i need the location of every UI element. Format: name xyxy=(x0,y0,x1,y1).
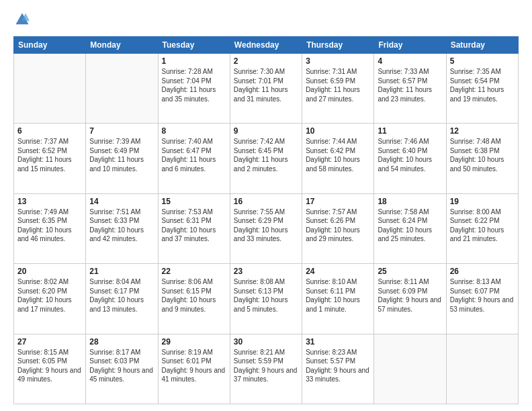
day-info: Sunrise: 7:40 AM Sunset: 6:47 PM Dayligh… xyxy=(162,137,226,173)
page: SundayMondayTuesdayWednesdayThursdayFrid… xyxy=(0,0,532,411)
day-number: 8 xyxy=(162,126,226,136)
calendar-cell: 28Sunrise: 8:17 AM Sunset: 6:03 PM Dayli… xyxy=(86,334,158,404)
day-number: 20 xyxy=(17,267,82,276)
day-info: Sunrise: 7:39 AM Sunset: 6:49 PM Dayligh… xyxy=(89,137,154,173)
day-number: 31 xyxy=(306,337,370,347)
day-info: Sunrise: 7:44 AM Sunset: 6:42 PM Dayligh… xyxy=(306,137,370,173)
day-info: Sunrise: 7:53 AM Sunset: 6:31 PM Dayligh… xyxy=(162,208,226,244)
day-number: 21 xyxy=(89,267,154,276)
day-number: 16 xyxy=(234,197,298,206)
day-info: Sunrise: 8:04 AM Sunset: 6:17 PM Dayligh… xyxy=(89,277,154,314)
calendar-cell: 13Sunrise: 7:49 AM Sunset: 6:35 PM Dayli… xyxy=(14,193,86,263)
day-info: Sunrise: 7:28 AM Sunset: 7:04 PM Dayligh… xyxy=(162,67,226,103)
day-info: Sunrise: 7:57 AM Sunset: 6:26 PM Dayligh… xyxy=(306,208,370,244)
weekday-header-monday: Monday xyxy=(86,37,158,54)
day-info: Sunrise: 8:13 AM Sunset: 6:07 PM Dayligh… xyxy=(450,277,515,314)
calendar-cell: 23Sunrise: 8:08 AM Sunset: 6:13 PM Dayli… xyxy=(230,264,302,334)
calendar-cell: 19Sunrise: 8:00 AM Sunset: 6:22 PM Dayli… xyxy=(446,193,518,263)
calendar-cell: 21Sunrise: 8:04 AM Sunset: 6:17 PM Dayli… xyxy=(86,264,158,334)
day-number: 5 xyxy=(450,56,515,66)
day-info: Sunrise: 8:11 AM Sunset: 6:09 PM Dayligh… xyxy=(378,277,442,314)
day-number: 12 xyxy=(450,126,515,136)
calendar-cell: 29Sunrise: 8:19 AM Sunset: 6:01 PM Dayli… xyxy=(158,334,230,404)
header xyxy=(13,12,519,30)
calendar-week-1: 1Sunrise: 7:28 AM Sunset: 7:04 PM Daylig… xyxy=(14,54,519,124)
day-info: Sunrise: 8:23 AM Sunset: 5:57 PM Dayligh… xyxy=(306,348,370,384)
calendar-cell: 27Sunrise: 8:15 AM Sunset: 6:05 PM Dayli… xyxy=(14,334,86,404)
calendar-cell: 11Sunrise: 7:46 AM Sunset: 6:40 PM Dayli… xyxy=(374,124,446,193)
calendar-cell: 9Sunrise: 7:42 AM Sunset: 6:45 PM Daylig… xyxy=(230,124,302,193)
calendar-week-5: 27Sunrise: 8:15 AM Sunset: 6:05 PM Dayli… xyxy=(14,334,519,404)
calendar-cell: 12Sunrise: 7:48 AM Sunset: 6:38 PM Dayli… xyxy=(446,124,518,193)
weekday-header-tuesday: Tuesday xyxy=(158,37,230,54)
calendar-cell xyxy=(374,334,446,404)
day-info: Sunrise: 7:49 AM Sunset: 6:35 PM Dayligh… xyxy=(17,208,82,244)
day-info: Sunrise: 8:02 AM Sunset: 6:20 PM Dayligh… xyxy=(17,277,82,314)
calendar-cell xyxy=(14,54,86,124)
day-info: Sunrise: 7:37 AM Sunset: 6:52 PM Dayligh… xyxy=(17,137,82,173)
day-number: 18 xyxy=(378,197,442,206)
day-info: Sunrise: 8:19 AM Sunset: 6:01 PM Dayligh… xyxy=(162,348,226,384)
calendar-cell: 24Sunrise: 8:10 AM Sunset: 6:11 PM Dayli… xyxy=(302,264,374,334)
day-number: 1 xyxy=(162,56,226,66)
day-info: Sunrise: 8:08 AM Sunset: 6:13 PM Dayligh… xyxy=(234,277,298,314)
calendar-week-3: 13Sunrise: 7:49 AM Sunset: 6:35 PM Dayli… xyxy=(14,193,519,263)
day-info: Sunrise: 7:42 AM Sunset: 6:45 PM Dayligh… xyxy=(234,137,298,173)
day-number: 15 xyxy=(162,197,226,206)
day-number: 13 xyxy=(17,197,82,206)
day-info: Sunrise: 7:51 AM Sunset: 6:33 PM Dayligh… xyxy=(89,208,154,244)
calendar-cell: 8Sunrise: 7:40 AM Sunset: 6:47 PM Daylig… xyxy=(158,124,230,193)
day-number: 19 xyxy=(450,197,515,206)
weekday-header-sunday: Sunday xyxy=(14,37,86,54)
day-info: Sunrise: 8:21 AM Sunset: 5:59 PM Dayligh… xyxy=(234,348,298,384)
calendar-cell: 22Sunrise: 8:06 AM Sunset: 6:15 PM Dayli… xyxy=(158,264,230,334)
day-number: 17 xyxy=(306,197,370,206)
day-number: 22 xyxy=(162,267,226,276)
calendar-cell: 26Sunrise: 8:13 AM Sunset: 6:07 PM Dayli… xyxy=(446,264,518,334)
weekday-header-row: SundayMondayTuesdayWednesdayThursdayFrid… xyxy=(14,37,519,54)
day-number: 6 xyxy=(17,126,82,136)
calendar-cell: 17Sunrise: 7:57 AM Sunset: 6:26 PM Dayli… xyxy=(302,193,374,263)
day-number: 25 xyxy=(378,267,442,276)
day-number: 24 xyxy=(306,267,370,276)
weekday-header-friday: Friday xyxy=(374,37,446,54)
calendar-cell: 6Sunrise: 7:37 AM Sunset: 6:52 PM Daylig… xyxy=(14,124,86,193)
day-info: Sunrise: 8:10 AM Sunset: 6:11 PM Dayligh… xyxy=(306,277,370,314)
calendar-cell xyxy=(86,54,158,124)
calendar-cell: 7Sunrise: 7:39 AM Sunset: 6:49 PM Daylig… xyxy=(86,124,158,193)
day-info: Sunrise: 8:00 AM Sunset: 6:22 PM Dayligh… xyxy=(450,208,515,244)
calendar-cell: 30Sunrise: 8:21 AM Sunset: 5:59 PM Dayli… xyxy=(230,334,302,404)
day-number: 11 xyxy=(378,126,442,136)
calendar-cell xyxy=(446,334,518,404)
weekday-header-saturday: Saturday xyxy=(446,37,518,54)
day-info: Sunrise: 7:35 AM Sunset: 6:54 PM Dayligh… xyxy=(450,67,515,103)
calendar-cell: 14Sunrise: 7:51 AM Sunset: 6:33 PM Dayli… xyxy=(86,193,158,263)
day-number: 30 xyxy=(234,337,298,347)
calendar-week-2: 6Sunrise: 7:37 AM Sunset: 6:52 PM Daylig… xyxy=(14,124,519,193)
day-number: 4 xyxy=(378,56,442,66)
day-number: 10 xyxy=(306,126,370,136)
day-number: 7 xyxy=(89,126,154,136)
day-info: Sunrise: 8:15 AM Sunset: 6:05 PM Dayligh… xyxy=(17,348,82,384)
calendar-cell: 10Sunrise: 7:44 AM Sunset: 6:42 PM Dayli… xyxy=(302,124,374,193)
calendar-week-4: 20Sunrise: 8:02 AM Sunset: 6:20 PM Dayli… xyxy=(14,264,519,334)
calendar-cell: 4Sunrise: 7:33 AM Sunset: 6:57 PM Daylig… xyxy=(374,54,446,124)
logo xyxy=(13,12,32,30)
calendar-cell: 1Sunrise: 7:28 AM Sunset: 7:04 PM Daylig… xyxy=(158,54,230,124)
calendar-cell: 3Sunrise: 7:31 AM Sunset: 6:59 PM Daylig… xyxy=(302,54,374,124)
calendar-cell: 5Sunrise: 7:35 AM Sunset: 6:54 PM Daylig… xyxy=(446,54,518,124)
weekday-header-wednesday: Wednesday xyxy=(230,37,302,54)
calendar-cell: 25Sunrise: 8:11 AM Sunset: 6:09 PM Dayli… xyxy=(374,264,446,334)
day-number: 26 xyxy=(450,267,515,276)
calendar-table: SundayMondayTuesdayWednesdayThursdayFrid… xyxy=(13,36,519,404)
calendar-cell: 16Sunrise: 7:55 AM Sunset: 6:29 PM Dayli… xyxy=(230,193,302,263)
logo-icon xyxy=(15,12,30,27)
day-info: Sunrise: 7:30 AM Sunset: 7:01 PM Dayligh… xyxy=(234,67,298,103)
day-info: Sunrise: 7:58 AM Sunset: 6:24 PM Dayligh… xyxy=(378,208,442,244)
day-number: 3 xyxy=(306,56,370,66)
calendar-cell: 20Sunrise: 8:02 AM Sunset: 6:20 PM Dayli… xyxy=(14,264,86,334)
day-info: Sunrise: 8:06 AM Sunset: 6:15 PM Dayligh… xyxy=(162,277,226,314)
day-number: 9 xyxy=(234,126,298,136)
day-info: Sunrise: 8:17 AM Sunset: 6:03 PM Dayligh… xyxy=(89,348,154,384)
day-number: 29 xyxy=(162,337,226,347)
